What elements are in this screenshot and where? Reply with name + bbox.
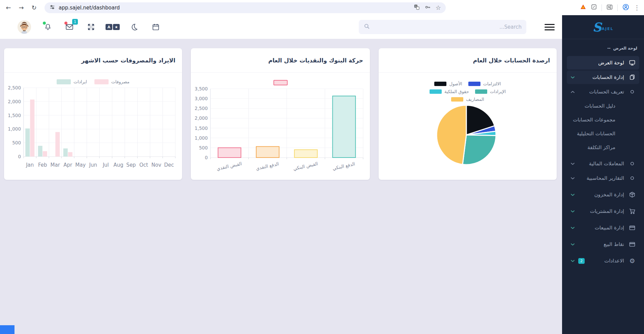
sidebar-menu: لوحة العرضإدارة الحساباتتعريف الحساباتدل… (567, 56, 639, 268)
monitor-icon (628, 59, 636, 66)
legend-swatch (94, 79, 109, 84)
back-icon[interactable]: ← (3, 2, 14, 13)
svg-text:Feb: Feb (38, 162, 47, 168)
svg-text:Apr: Apr (63, 162, 72, 168)
extension-colored-icon[interactable] (580, 4, 586, 11)
legend-label: الإيرادات (490, 89, 506, 94)
svg-text:3,000: 3,000 (195, 96, 208, 101)
svg-text:2,000: 2,000 (195, 115, 208, 121)
svg-text:1,000: 1,000 (8, 126, 21, 132)
hamburger-menu-icon[interactable] (545, 24, 555, 30)
search-box[interactable] (359, 20, 526, 34)
revenue-expense-chart[interactable]: 05001,0001,5002,0002,500JanFebMarAprMayJ… (8, 84, 178, 173)
sidebar-item[interactable]: نقاط البيع (567, 238, 639, 251)
sidebar-item-label: إدارة المشتريات (590, 208, 624, 214)
avatar[interactable] (18, 20, 31, 34)
fullscreen-expand-icon[interactable] (86, 22, 96, 32)
legend-marker[interactable] (273, 80, 288, 85)
box-icon (628, 191, 636, 198)
svg-text:500: 500 (199, 145, 208, 150)
sidebar-item[interactable]: التقارير المحاسبية (567, 171, 639, 185)
legend-item[interactable]: الأصول (434, 81, 462, 86)
sidebar-subitem-label: دليل الحسابات (585, 103, 615, 109)
side-panel-icon[interactable] (606, 4, 613, 12)
password-key-icon[interactable] (425, 4, 431, 11)
card-header: الايراد والمصروفات حسب الاشهر (4, 48, 182, 73)
card-title: ارصدة الحسابات خلال العام (473, 57, 550, 64)
legend-label: المصاريف (466, 97, 484, 102)
svg-text:Aug: Aug (114, 162, 123, 168)
language-translate-icon[interactable]: A★ (108, 22, 117, 32)
sidebar-subitem-label: مراكز التكلفة (587, 144, 615, 150)
bookmark-star-icon[interactable]: ☆ (436, 4, 441, 11)
sidebar-item[interactable]: إدارة المخزون (567, 188, 639, 201)
sidebar-item-label: التقارير المحاسبية (587, 175, 624, 181)
calendar-icon[interactable] (151, 22, 160, 32)
svg-text:1,000: 1,000 (195, 135, 208, 141)
sidebar-item[interactable]: المعاملات المالية (567, 157, 639, 170)
svg-text:Jan: Jan (26, 162, 34, 168)
sidebar-item[interactable]: 2الاعدادات⚙ (567, 254, 639, 268)
legend-item[interactable]: المصاريف (451, 97, 484, 102)
browser-menu-icon[interactable]: ⋮ (634, 4, 640, 11)
app-logo[interactable]: S AJEL (562, 15, 644, 39)
notifications-bell-icon[interactable] (43, 22, 53, 32)
legend-item[interactable]: الالتزامات (468, 81, 501, 86)
sidebar-item[interactable]: لوحة العرض (567, 56, 639, 69)
legend-label: حقوق الملكية (444, 89, 469, 94)
reload-icon[interactable]: ↻ (28, 2, 40, 13)
svg-text:2,500: 2,500 (8, 85, 21, 90)
svg-text:0: 0 (18, 154, 21, 159)
sidebar-section-label: -- لوحة العرض (567, 44, 639, 56)
legend-swatch (451, 97, 463, 102)
profile-icon[interactable] (622, 3, 630, 12)
messages-envelope-icon[interactable]: 1 (65, 22, 74, 32)
svg-text:Mar: Mar (51, 162, 60, 168)
sidebar-item[interactable]: إدارة المبيعات (567, 221, 639, 234)
balances-pie-chart[interactable] (383, 102, 553, 169)
sidebar-subitem[interactable]: الحسابات التحليلية (567, 127, 639, 140)
sidebar-subitem[interactable]: دليل الحسابات (567, 100, 639, 112)
extension-outline-icon[interactable] (591, 4, 597, 11)
svg-text:الدفع البنكي: الدفع البنكي (332, 161, 356, 171)
sidebar-item[interactable]: إدارة الحسابات (567, 71, 639, 84)
legend-item[interactable]: الإيرادات (475, 89, 506, 94)
circle-icon (628, 162, 636, 166)
svg-text:May: May (75, 162, 86, 168)
svg-text:500: 500 (12, 140, 21, 145)
sidebar-item[interactable]: إدارة المشتريات (567, 204, 639, 218)
sidebar-item-label: لوحة العرض (598, 60, 624, 66)
chart-legend: الأصولالالتزاماتحقوق الملكيةالإيراداتالم… (383, 81, 553, 102)
forward-icon[interactable]: → (16, 2, 27, 13)
svg-text:Dec: Dec (164, 162, 174, 168)
chevron-down-icon (571, 260, 576, 262)
legend-row: حقوق الملكيةالإيرادات (383, 89, 553, 94)
sidebar-subitem[interactable]: مجموعات الحسابات (567, 113, 639, 126)
search-input[interactable] (374, 24, 522, 30)
bank-cash-chart[interactable]: 05001,0001,5002,0002,5003,0003,500القبض … (195, 85, 366, 174)
svg-text:Oct: Oct (139, 162, 148, 168)
sidebar-subitem[interactable]: مراكز التكلفة (567, 141, 639, 154)
site-info-icon[interactable] (49, 4, 55, 11)
pages-icon (628, 74, 636, 81)
legend-item[interactable]: ايرادات (57, 79, 87, 84)
sidebar-subitem-label: الحسابات التحليلية (577, 131, 615, 137)
legend-swatch (468, 82, 480, 86)
chevron-down-icon (571, 194, 576, 196)
svg-text:الدفع النقدي: الدفع النقدي (255, 161, 279, 171)
svg-text:Sep: Sep (126, 162, 136, 168)
sidebar-item-label: الاعدادات (604, 258, 624, 264)
legend-item[interactable]: حقوق الملكية (430, 89, 469, 94)
chevron-down-icon (571, 76, 576, 79)
chevron-down-icon (571, 163, 576, 165)
svg-text:3,500: 3,500 (195, 86, 208, 91)
dark-mode-moon-icon[interactable] (129, 22, 139, 32)
settings-count-badge: 2 (578, 258, 585, 264)
page-translate-icon[interactable]: G (414, 4, 420, 11)
sidebar-item[interactable]: تعريف الحسابات (567, 85, 639, 99)
url-text[interactable]: app.sajel.net/dashboard (59, 5, 410, 11)
legend-item[interactable]: مصروفات (94, 79, 129, 84)
url-bar[interactable]: app.sajel.net/dashboard G ☆ (45, 2, 446, 13)
svg-text:1,500: 1,500 (195, 126, 208, 131)
svg-text:1,500: 1,500 (8, 113, 21, 118)
